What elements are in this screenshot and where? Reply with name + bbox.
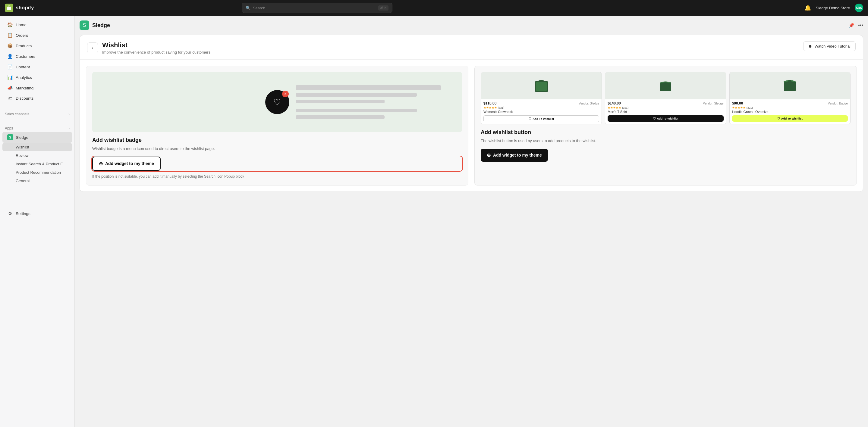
wishlist-sub-label: Wishlist — [16, 145, 29, 150]
sidebar-item-settings[interactable]: ⚙ Settings — [2, 208, 72, 219]
heart-icon-btn-1: ♡ — [529, 117, 531, 121]
product-image-3 — [730, 72, 850, 99]
notification-bell-icon[interactable]: 🔔 — [804, 4, 811, 11]
button-add-widget-label: Add widget to my theme — [493, 153, 542, 158]
product-2-name: Men's T-Shirt — [608, 110, 723, 113]
product-card-1: $110.00 Vendor: Sledge ★★★★★ (321) Women… — [481, 72, 602, 124]
sidebar-item-sledge[interactable]: S Sledge — [2, 132, 72, 143]
chevron-right-icon: › — [68, 112, 70, 116]
sledge-app-icon: S — [7, 134, 13, 140]
product-2-vendor: Vendor: Sledge — [703, 102, 723, 105]
app-title: Sledge — [92, 22, 110, 29]
product-card-2: $140.00 Vendor: Sledge ★★★★★ (321) Men's… — [605, 72, 726, 124]
apps-section[interactable]: Apps › — [0, 123, 74, 132]
button-panel-title: Add wishlist button — [481, 129, 850, 135]
add-wishlist-label-3: Add To Wishlist — [781, 117, 803, 120]
general-sub-label: General — [16, 178, 30, 183]
heart-icon-btn-3: ♡ — [777, 117, 780, 120]
product-2-stars: ★★★★★ — [608, 106, 621, 109]
wishlist-title-text: Wishlist Improve the convenience of prod… — [102, 41, 212, 55]
product-rec-sub-label: Product Recommendation — [16, 170, 61, 175]
product-3-rating-count: (321) — [747, 106, 753, 109]
sidebar-item-orders[interactable]: 📋 Orders — [2, 30, 72, 40]
add-wishlist-label-2: Add To Wishlist — [657, 117, 678, 120]
svg-rect-0 — [7, 7, 11, 10]
discounts-icon: 🏷 — [7, 96, 13, 101]
preview-line-1 — [296, 85, 441, 90]
product-3-body: $90.00 Vendor: Badge ★★★★★ (321) Hoodie … — [730, 99, 850, 124]
badge-add-widget-button[interactable]: ⊕ Add widget to my theme — [92, 157, 161, 171]
sidebar-sub-item-product-rec[interactable]: Product Recommendation — [2, 168, 72, 176]
product-cards-row: $110.00 Vendor: Sledge ★★★★★ (321) Women… — [481, 72, 850, 124]
sidebar-item-label: Content — [16, 65, 30, 69]
sidebar-item-label: Analytics — [16, 75, 32, 80]
app-header: S Sledge 📌 ••• — [80, 21, 863, 35]
sidebar-item-label: Products — [16, 44, 32, 48]
analytics-icon: 📊 — [7, 75, 13, 80]
badge-add-widget-hint: If the position is not suitable, you can… — [92, 174, 462, 179]
search-icon: 🔍 — [246, 6, 250, 10]
sidebar-item-customers[interactable]: 👤 Customers — [2, 51, 72, 61]
badge-panel-desc: Wishlist badge is a menu icon used to di… — [92, 146, 462, 152]
product-1-body: $110.00 Vendor: Sledge ★★★★★ (321) Women… — [481, 99, 601, 124]
settings-icon: ⚙ — [7, 211, 13, 216]
sidebar-item-discounts[interactable]: 🏷 Discounts — [2, 93, 72, 103]
instant-search-sub-label: Instant Search & Product F... — [16, 162, 65, 166]
add-wishlist-button-2[interactable]: ♡ Add To Wishlist — [608, 115, 723, 122]
shopify-logo[interactable]: shopify — [5, 4, 34, 12]
button-add-widget-button[interactable]: ⊕ Add widget to my theme — [481, 149, 548, 162]
sledge-label: Sledge — [16, 135, 28, 140]
sidebar-item-home[interactable]: 🏠 Home — [2, 20, 72, 30]
pin-icon[interactable]: 📌 — [848, 23, 855, 28]
sidebar-item-label: Customers — [16, 54, 35, 59]
sidebar-item-label: Discounts — [16, 96, 33, 101]
product-image-1 — [481, 72, 601, 99]
sidebar-sub-item-wishlist[interactable]: Wishlist — [2, 143, 72, 151]
sidebar-sub-item-review[interactable]: Review — [2, 152, 72, 160]
preview-line-3 — [296, 100, 384, 103]
preview-line-2 — [296, 93, 417, 97]
add-wishlist-button-1[interactable]: ♡ Add To Wishlist — [484, 115, 599, 122]
button-widget-panel: $110.00 Vendor: Sledge ★★★★★ (321) Women… — [474, 66, 857, 186]
sidebar-item-label: Home — [16, 23, 27, 27]
sidebar-sub-item-general[interactable]: General — [2, 177, 72, 185]
sidebar-item-analytics[interactable]: 📊 Analytics — [2, 72, 72, 83]
preview-placeholder-lines — [296, 72, 462, 132]
badge-icon: ♡ 2 — [265, 90, 289, 114]
add-wishlist-button-3[interactable]: ♡ Add To Wishlist — [732, 115, 848, 122]
watch-video-button[interactable]: ⏺ Watch Video Tutorial — [803, 41, 856, 51]
product-1-name: Women's Crewneck — [484, 110, 599, 113]
sidebar-divider-3 — [5, 206, 70, 206]
sidebar-item-products[interactable]: 📦 Products — [2, 41, 72, 51]
badge-preview-area: ♡ 2 — [92, 72, 462, 132]
top-navigation: shopify 🔍 ⌘ K 🔔 Sledge Demo Store SDS — [0, 0, 868, 15]
product-1-stars: ★★★★★ — [484, 106, 497, 109]
svg-rect-3 — [536, 82, 547, 91]
app-header-left: S Sledge — [80, 21, 110, 30]
sledge-logo-icon: S — [80, 21, 89, 30]
store-avatar[interactable]: SDS — [855, 4, 863, 12]
product-2-rating-count: (321) — [622, 106, 628, 109]
search-bar[interactable]: 🔍 ⌘ K — [242, 3, 393, 13]
content-icon: 📄 — [7, 64, 13, 70]
main-content: S Sledge 📌 ••• ‹ Wishlist Improve the co… — [75, 15, 868, 427]
more-options-icon[interactable]: ••• — [858, 23, 863, 28]
back-button[interactable]: ‹ — [87, 42, 98, 53]
preview-line-5 — [296, 115, 384, 119]
sidebar-sub-item-instant-search[interactable]: Instant Search & Product F... — [2, 160, 72, 168]
sales-channels-section[interactable]: Sales channels › — [0, 108, 74, 118]
badge-add-widget-label: Add widget to my theme — [105, 161, 154, 166]
chevron-right-icon-2: › — [68, 127, 70, 130]
sidebar-item-marketing[interactable]: 📣 Marketing — [2, 83, 72, 93]
marketing-icon: 📣 — [7, 85, 13, 91]
search-input[interactable] — [253, 6, 376, 10]
home-icon: 🏠 — [7, 22, 13, 27]
sidebar-item-content[interactable]: 📄 Content — [2, 62, 72, 72]
product-1-vendor: Vendor: Sledge — [579, 102, 599, 105]
badge-widget-panel: ♡ 2 Add wishlist badge Wishlist badge is — [86, 66, 468, 186]
products-icon: 📦 — [7, 43, 13, 48]
topnav-right-section: 🔔 Sledge Demo Store SDS — [804, 4, 863, 12]
sidebar-divider-1 — [5, 106, 70, 106]
product-1-price: $110.00 — [484, 101, 496, 105]
wishlist-card: ‹ Wishlist Improve the convenience of pr… — [80, 35, 863, 192]
